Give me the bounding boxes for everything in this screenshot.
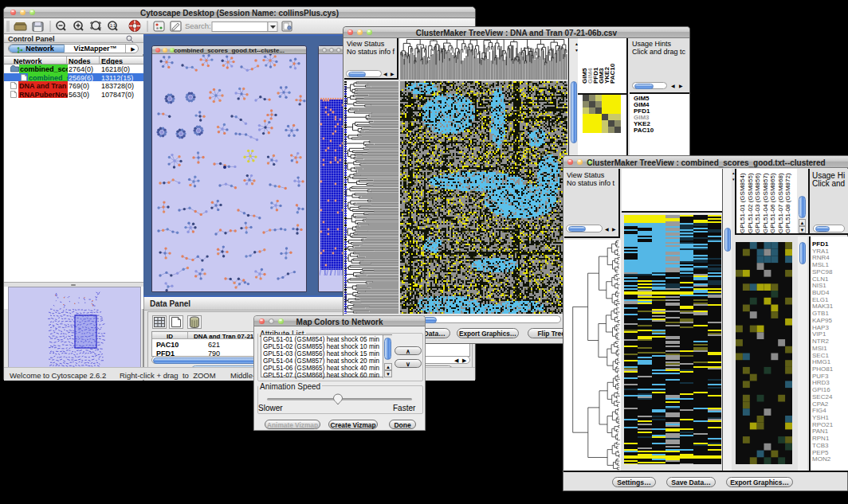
svg-text:1:1: 1:1 [110,23,116,28]
svg-text:Search:: Search: [185,21,211,30]
